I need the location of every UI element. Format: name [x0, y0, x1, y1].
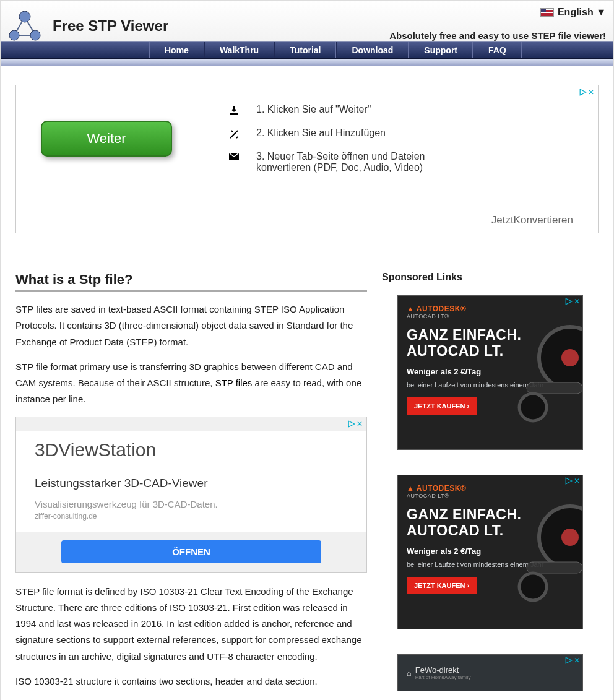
tools-icon [228, 127, 240, 140]
sidebar-ad-2[interactable]: ✕ ▲ AUTODESK®AUTOCAD LT® GANZ EINFACH. A… [397, 475, 583, 629]
svg-point-4 [9, 30, 19, 40]
nav-tutorial[interactable]: Tutorial [274, 42, 336, 58]
autocad-art-icon [502, 314, 583, 438]
ad-steps-list: 1. Klicken Sie auf "Weiter" 2. Klicken S… [228, 104, 442, 173]
sidebar-ad-1[interactable]: ✕ ▲ AUTODESK®AUTOCAD LT® GANZ EINFACH. A… [397, 295, 583, 450]
adchoices-icon[interactable]: ✕ [565, 656, 580, 665]
ad-inline-subtitle: Leistungsstarker 3D-CAD-Viewer [35, 477, 348, 490]
ad-step-2: 2. Klicken Sie auf Hinzufügen [256, 127, 386, 139]
svg-point-3 [19, 11, 30, 22]
article-heading: What is a Stp file? [15, 272, 367, 292]
mail-icon [228, 151, 240, 161]
download-icon [228, 104, 240, 116]
svg-point-8 [561, 349, 579, 366]
site-title: Free STP Viewer [53, 17, 168, 35]
adchoices-icon[interactable]: ✕ [565, 477, 580, 485]
svg-point-10 [519, 394, 547, 421]
ad-inline-desc: Visualisierungswerkzeug für 3D-CAD-Daten… [35, 499, 348, 509]
autocad-cta-button[interactable]: JETZT KAUFEN › [407, 577, 477, 594]
sponsored-heading: Sponsored Links [382, 272, 599, 283]
adchoices-icon[interactable]: ✕ [348, 420, 363, 428]
tagline: Absolutely free and easy to use STEP fil… [389, 30, 606, 41]
paragraph-3: STEP file format is defined by ISO 10303… [15, 584, 367, 665]
divider-stripe [1, 59, 613, 66]
paragraph-2: STP file format primary use is transferr… [15, 359, 367, 408]
paragraph-4: ISO 10303-21 structure it contains two s… [15, 673, 367, 689]
sidebar: Sponsored Links ✕ ▲ AUTODESK®AUTOCAD LT®… [382, 258, 599, 700]
nav-walkthru[interactable]: WalkThru [204, 42, 274, 58]
svg-rect-13 [527, 562, 582, 573]
autocad-art-icon [502, 494, 583, 618]
ad-inline: ✕ 3DViewStation Leistungsstarker 3D-CAD-… [15, 417, 367, 573]
fewo-brand: ⌂ FeWo-direktPart of HomeAway family [398, 655, 582, 691]
ad-step-3: 3. Neuer Tab-Seite öffnen und Dateien ko… [256, 151, 442, 173]
ad-open-button[interactable]: ÖFFNEN [61, 540, 321, 563]
nav-faq[interactable]: FAQ [473, 42, 522, 58]
paragraph-1: STP files are saved in text-based ASCII … [15, 301, 367, 350]
ad-brand-label: JetztKonvertieren [41, 214, 573, 227]
brand: Free STP Viewer [8, 6, 168, 41]
ad-step-1: 1. Klicken Sie auf "Weiter" [256, 104, 371, 115]
sidebar-ad-3[interactable]: ✕ ⌂ FeWo-direktPart of HomeAway family [397, 654, 583, 691]
language-selector[interactable]: English ▼ [540, 6, 606, 19]
ad-weiter-button[interactable]: Weiter [41, 121, 172, 157]
language-label: English ▼ [558, 7, 606, 18]
svg-point-5 [30, 30, 40, 40]
adchoices-icon[interactable]: ✕ [565, 297, 580, 306]
svg-point-12 [561, 529, 579, 546]
flag-us-icon [540, 8, 554, 17]
nav-home[interactable]: Home [149, 42, 204, 58]
house-icon: ⌂ [407, 668, 412, 678]
header-bar: Free STP Viewer English ▼ Absolutely fre… [1, 1, 613, 41]
nav-support[interactable]: Support [409, 42, 473, 58]
adchoices-icon[interactable]: ✕ [579, 88, 594, 97]
logo-icon [8, 11, 41, 41]
ad-banner-top: ✕ Weiter 1. Klicken Sie auf "Weiter" 2. … [15, 85, 599, 233]
ad-inline-url: ziffer-consulting.de [35, 512, 348, 521]
nav-download[interactable]: Download [336, 42, 409, 58]
main-content: What is a Stp file? STP files are saved … [15, 258, 367, 700]
ad-inline-title: 3DViewStation [35, 439, 348, 460]
stp-files-link[interactable]: STP files [215, 378, 253, 388]
autocad-cta-button[interactable]: JETZT KAUFEN › [407, 397, 477, 415]
svg-point-14 [519, 573, 547, 600]
main-nav: Home WalkThru Tutorial Download Support … [1, 41, 613, 59]
svg-rect-9 [527, 382, 582, 394]
